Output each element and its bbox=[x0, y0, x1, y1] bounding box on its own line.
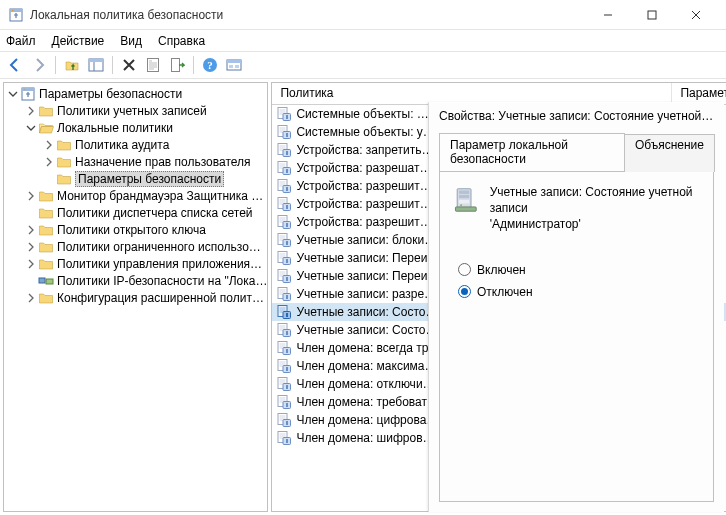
window-title: Локальная политика безопасности bbox=[30, 8, 586, 22]
expander-closed-icon[interactable] bbox=[24, 191, 38, 201]
forward-icon bbox=[31, 57, 47, 73]
tree-pane[interactable]: Параметры безопасностиПолитики учетных з… bbox=[3, 82, 268, 512]
expander-closed-icon[interactable] bbox=[24, 259, 38, 269]
forward-button[interactable] bbox=[28, 54, 50, 76]
policy-icon bbox=[276, 106, 292, 122]
policy-label: Системные объекты: … bbox=[296, 107, 428, 121]
export-icon bbox=[169, 57, 185, 73]
tree-item-label: Политики управления приложения… bbox=[57, 257, 262, 271]
tree-item-label: Конфигурация расширенной полит… bbox=[57, 291, 264, 305]
expander-closed-icon[interactable] bbox=[24, 225, 38, 235]
column-setting[interactable]: Параметр бе… bbox=[672, 83, 726, 104]
tree-item-label: Политики учетных записей bbox=[57, 104, 207, 118]
policy-icon bbox=[276, 232, 292, 248]
server-icon bbox=[452, 184, 480, 216]
radio-disabled-label: Отключен bbox=[477, 285, 533, 299]
column-policy[interactable]: Политика bbox=[272, 83, 672, 104]
tree-item[interactable]: Политики ограниченного использо… bbox=[4, 238, 267, 255]
tree-item[interactable]: Политики открытого ключа bbox=[4, 221, 267, 238]
expander-closed-icon[interactable] bbox=[24, 242, 38, 252]
maximize-icon bbox=[647, 10, 657, 20]
folder-open-icon bbox=[38, 120, 54, 136]
tree-item-label: Политики ограниченного использо… bbox=[57, 240, 261, 254]
tree-item[interactable]: Политики учетных записей bbox=[4, 102, 267, 119]
menu-file[interactable]: Файл bbox=[6, 34, 36, 48]
expander-closed-icon[interactable] bbox=[24, 293, 38, 303]
config-button[interactable] bbox=[223, 54, 245, 76]
tree-item-label: Политики IP-безопасности на "Лока… bbox=[57, 274, 267, 288]
tree-item[interactable]: Конфигурация расширенной полит… bbox=[4, 289, 267, 306]
policy-label: Устройства: запретить… bbox=[296, 143, 433, 157]
delete-button[interactable] bbox=[118, 54, 140, 76]
menu-help[interactable]: Справка bbox=[158, 34, 205, 48]
tab-local-security[interactable]: Параметр локальной безопасности bbox=[439, 133, 625, 171]
dialog-title: Свойства: Учетные записи: Состояние учет… bbox=[429, 103, 724, 133]
tree-item[interactable]: Политики диспетчера списка сетей bbox=[4, 204, 267, 221]
expander-closed-icon[interactable] bbox=[24, 106, 38, 116]
radio-icon bbox=[458, 263, 471, 276]
policy-icon bbox=[276, 376, 292, 392]
up-button[interactable] bbox=[61, 54, 83, 76]
expander-closed-icon[interactable] bbox=[42, 140, 56, 150]
policy-icon bbox=[276, 178, 292, 194]
expander-open-icon[interactable] bbox=[24, 123, 38, 133]
config-icon bbox=[226, 57, 242, 73]
radio-enabled[interactable]: Включен bbox=[458, 263, 701, 277]
minimize-button[interactable] bbox=[586, 1, 630, 29]
help-button[interactable] bbox=[199, 54, 221, 76]
policy-label: Член домена: шифров… bbox=[296, 431, 434, 445]
back-button[interactable] bbox=[4, 54, 26, 76]
policy-label: Устройства: разрешит… bbox=[296, 215, 431, 229]
menu-view[interactable]: Вид bbox=[120, 34, 142, 48]
folder-icon bbox=[38, 256, 54, 272]
tree-item-label: Локальные политики bbox=[57, 121, 173, 135]
policy-label: Член домена: цифрова… bbox=[296, 413, 438, 427]
tree-item[interactable]: Назначение прав пользователя bbox=[4, 153, 267, 170]
export-button[interactable] bbox=[166, 54, 188, 76]
tree-item[interactable]: Политика аудита bbox=[4, 136, 267, 153]
tree-item-label: Монитор брандмауэра Защитника … bbox=[57, 189, 263, 203]
maximize-button[interactable] bbox=[630, 1, 674, 29]
policy-icon bbox=[276, 124, 292, 140]
policy-label: Системные объекты: у… bbox=[296, 125, 434, 139]
up-folder-icon bbox=[64, 57, 80, 73]
close-button[interactable] bbox=[674, 1, 718, 29]
menubar: Файл Действие Вид Справка bbox=[0, 30, 726, 51]
tree-item[interactable]: Локальные политики bbox=[4, 119, 267, 136]
tree-item-label: Политика аудита bbox=[75, 138, 169, 152]
tree-item[interactable]: Параметры безопасности bbox=[4, 170, 267, 187]
policy-icon bbox=[276, 430, 292, 446]
policy-label: Устройства: разрешат… bbox=[296, 161, 431, 175]
folder-icon bbox=[38, 239, 54, 255]
policy-label: Учетные записи: Состо… bbox=[296, 323, 437, 337]
panes-button[interactable] bbox=[85, 54, 107, 76]
tree-item[interactable]: Политики управления приложения… bbox=[4, 255, 267, 272]
policy-label: Учетные записи: Переи… bbox=[296, 269, 439, 283]
tree-root-label: Параметры безопасности bbox=[39, 87, 182, 101]
policy-label: Учетные записи: разре… bbox=[296, 287, 436, 301]
properties-dialog: Свойства: Учетные записи: Состояние учет… bbox=[428, 102, 724, 512]
toolbar bbox=[0, 51, 726, 79]
radio-disabled[interactable]: Отключен bbox=[458, 285, 701, 299]
tree-item[interactable]: Монитор брандмауэра Защитника … bbox=[4, 187, 267, 204]
folder-icon bbox=[56, 171, 72, 187]
policy-icon bbox=[276, 160, 292, 176]
properties-button[interactable] bbox=[142, 54, 164, 76]
tree-root[interactable]: Параметры безопасности bbox=[4, 85, 267, 102]
help-icon bbox=[202, 57, 218, 73]
tab-explanation[interactable]: Объяснение bbox=[624, 134, 715, 172]
separator bbox=[112, 56, 113, 74]
policy-label: Учетные записи: блоки… bbox=[296, 233, 436, 247]
expander-closed-icon[interactable] bbox=[42, 157, 56, 167]
policy-label: Учетные записи: Переи… bbox=[296, 251, 439, 265]
titlebar: Локальная политика безопасности bbox=[0, 0, 726, 30]
back-icon bbox=[7, 57, 23, 73]
menu-action[interactable]: Действие bbox=[52, 34, 105, 48]
tree-item[interactable]: Политики IP-безопасности на "Лока… bbox=[4, 272, 267, 289]
policy-icon bbox=[276, 304, 292, 320]
policy-icon bbox=[276, 214, 292, 230]
expander-open-icon[interactable] bbox=[6, 89, 20, 99]
policy-label: Устройства: разрешит… bbox=[296, 179, 431, 193]
minimize-icon bbox=[603, 10, 613, 20]
radio-enabled-label: Включен bbox=[477, 263, 526, 277]
